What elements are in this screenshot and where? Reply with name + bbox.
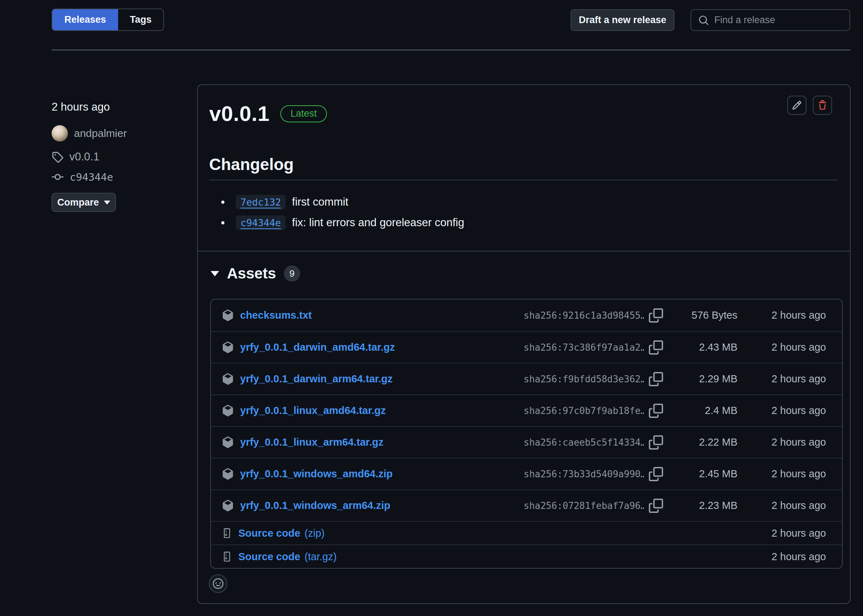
asset-download-link[interactable]: yrfy_0.0.1_darwin_arm64.tar.gz [222,373,523,385]
file-zip-icon [222,551,232,562]
smiley-icon [213,578,223,589]
asset-age: 2 hours ago [737,405,826,416]
copy-sha-button[interactable] [644,435,665,449]
copy-icon [649,308,663,322]
asset-download-link[interactable]: checksums.txt [222,310,523,321]
asset-name: yrfy_0.0.1_linux_arm64.tar.gz [240,436,384,448]
assets-table: checksums.txt sha256:9216c1a3d98455… 576… [210,299,843,569]
asset-age: 2 hours ago [737,341,826,353]
edit-release-button[interactable] [787,96,806,115]
assets-toggle[interactable]: Assets 9 [211,265,300,282]
asset-name: yrfy_0.0.1_windows_amd64.zip [240,468,393,480]
asset-download-link[interactable]: yrfy_0.0.1_linux_arm64.tar.gz [222,436,523,448]
commit-message: first commit [292,196,348,208]
asset-download-link[interactable]: yrfy_0.0.1_windows_amd64.zip [222,468,523,480]
table-row: yrfy_0.0.1_darwin_amd64.tar.gz sha256:73… [211,331,842,363]
tag-icon [52,151,63,163]
table-row: yrfy_0.0.1_linux_arm64.tar.gz sha256:cae… [211,426,842,458]
table-row: Source code (tar.gz) 2 hours ago [211,545,842,568]
table-row: yrfy_0.0.1_linux_amd64.tar.gz sha256:97c… [211,394,842,426]
copy-icon [649,404,663,418]
asset-size: 2.4 MB [665,405,737,416]
copy-sha-button[interactable] [644,467,665,481]
changelog-entry: 7edc132 first commit [221,192,464,212]
asset-suffix: (zip) [305,528,324,539]
find-release-search[interactable] [690,9,850,31]
trash-icon [817,100,827,110]
asset-size: 2.23 MB [665,500,737,511]
release-meta-sidebar: 2 hours ago andpalmier v0.0.1 c94344e Co… [52,101,190,212]
asset-download-link[interactable]: yrfy_0.0.1_darwin_amd64.tar.gz [222,341,523,353]
package-icon [222,405,234,416]
asset-name: Source code [238,551,300,563]
copy-icon [649,340,663,355]
caret-down-icon [104,201,110,204]
asset-age: 2 hours ago [737,551,826,563]
copy-icon [649,435,663,449]
commit-sha-link[interactable]: 7edc132 [236,195,286,209]
tab-releases[interactable]: Releases [52,9,118,30]
release-author: andpalmier [52,125,190,141]
package-icon [222,500,234,511]
copy-sha-button[interactable] [644,340,665,355]
commit-sha-link[interactable]: c94344e [236,215,286,230]
copy-icon [649,467,663,481]
author-link[interactable]: andpalmier [74,127,127,140]
copy-sha-button[interactable] [644,308,665,322]
package-icon [222,310,234,321]
asset-age: 2 hours ago [737,436,826,448]
tab-tags[interactable]: Tags [118,9,163,30]
asset-suffix: (tar.gz) [305,551,336,563]
release-title-row: v0.0.1 Latest [209,101,327,126]
table-row: yrfy_0.0.1_darwin_arm64.tar.gz sha256:f9… [211,363,842,394]
copy-sha-button[interactable] [644,499,665,513]
asset-download-link[interactable]: yrfy_0.0.1_windows_arm64.zip [222,500,523,511]
asset-sha: sha256:07281febaf7a96… [523,500,644,511]
draft-new-release-button[interactable]: Draft a new release [571,9,674,31]
asset-download-link[interactable]: yrfy_0.0.1_linux_amd64.tar.gz [222,405,523,416]
git-commit-icon [52,171,64,183]
copy-sha-button[interactable] [644,372,665,386]
search-input[interactable] [714,14,843,26]
table-row: Source code (zip) 2 hours ago [211,521,842,545]
source-code-zip-link[interactable]: Source code (zip) [222,528,737,539]
release-actions [787,96,832,115]
asset-size: 2.22 MB [665,436,737,448]
avatar[interactable] [52,125,68,141]
release-tag: v0.0.1 [52,151,190,163]
asset-sha: sha256:97c0b7f9ab18fe… [523,405,644,416]
delete-release-button[interactable] [813,96,832,115]
add-reaction-button[interactable] [209,574,227,593]
asset-sha: sha256:73c386f97aa1a2… [523,342,644,353]
chevron-down-icon [211,271,219,277]
asset-size: 2.29 MB [665,373,737,385]
commit-message: fix: lint errors and goreleaser config [292,216,464,229]
asset-size: 576 Bytes [665,310,737,321]
asset-size: 2.45 MB [665,468,737,480]
asset-name: yrfy_0.0.1_darwin_arm64.tar.gz [240,373,393,385]
release-card: v0.0.1 Latest Changelog 7edc132 first co… [197,84,850,604]
release-title: v0.0.1 [209,101,270,126]
package-icon [222,468,234,480]
source-code-targz-link[interactable]: Source code (tar.gz) [222,551,737,563]
asset-sha: sha256:f9bfdd58d3e362… [523,374,644,385]
copy-icon [649,372,663,386]
asset-name: yrfy_0.0.1_darwin_amd64.tar.gz [240,341,395,353]
release-published-time: 2 hours ago [52,101,190,113]
file-zip-icon [222,528,232,539]
changelog-heading-rule [209,180,838,180]
changelog-entry: c94344e fix: lint errors and goreleaser … [221,212,464,233]
table-row: yrfy_0.0.1_windows_amd64.zip sha256:73b3… [211,458,842,489]
pencil-icon [792,100,802,110]
compare-button[interactable]: Compare [52,193,116,212]
copy-sha-button[interactable] [644,404,665,418]
copy-icon [649,499,663,513]
commit-link[interactable]: c94344e [70,171,113,183]
release-commit: c94344e [52,171,190,183]
changelog-list: 7edc132 first commit c94344e fix: lint e… [221,192,464,233]
asset-age: 2 hours ago [737,500,826,511]
asset-age: 2 hours ago [737,310,826,321]
assets-count-badge: 9 [284,265,300,282]
asset-size: 2.43 MB [665,341,737,353]
asset-sha: sha256:9216c1a3d98455… [523,310,644,321]
